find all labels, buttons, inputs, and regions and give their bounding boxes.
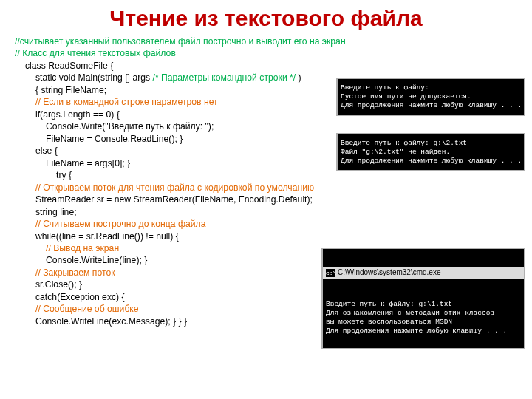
comment-line: // Класс для чтения текстовых файлов (15, 47, 517, 59)
code-line: while((line = sr.ReadLine()) != null) { (15, 231, 517, 242)
page-title: Чтение из текстового файла (0, 0, 532, 31)
comment-line: //считывает указанный пользователем файл… (15, 35, 517, 47)
code-text: static void Main(string [] args (35, 72, 153, 83)
console-titlebar: c:\ C:\Windows\system32\cmd.exe (323, 267, 524, 280)
code-line: try { (15, 169, 517, 181)
console-screenshot-2: Введите путь к файлу: g:\2.txt Файл "g:\… (336, 133, 525, 171)
comment-inline: /* Параметры командной строки */ (153, 72, 299, 83)
comment-line: // Считываем построчно до конца файла (15, 218, 517, 230)
console-screenshot-3: c:\ C:\Windows\system32\cmd.exe Введите … (321, 248, 525, 349)
code-line: class ReadSomeFile { (15, 60, 517, 72)
console-screenshot-1: Введите путь к файлу: Пустое имя пути не… (336, 78, 525, 116)
code-line: Console.Write("Введите путь к файлу: "); (15, 120, 517, 132)
console-body: Введите путь к файлу: g:\1.txt Для ознак… (323, 297, 524, 340)
cmd-icon: c:\ (326, 269, 335, 277)
comment-line: // Открываем поток для чтения файла с ко… (15, 182, 517, 194)
code-line: string line; (15, 206, 517, 218)
code-line: StreamReader sr = new StreamReader(FileN… (15, 194, 517, 205)
console-title-text: C:\Windows\system32\cmd.exe (338, 268, 441, 278)
code-text: ) (299, 72, 301, 83)
